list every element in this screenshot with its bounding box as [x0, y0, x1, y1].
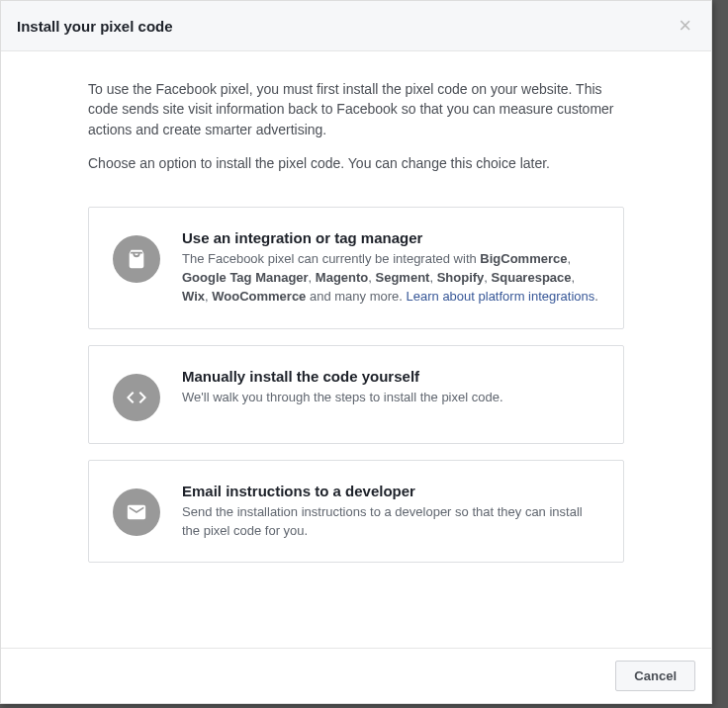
close-icon[interactable]: ×: [675, 15, 695, 37]
option-title: Use an integration or tag manager: [182, 229, 599, 246]
intro-paragraph-1: To use the Facebook pixel, you must firs…: [88, 79, 624, 139]
brand: Magento: [316, 270, 368, 285]
brand: Wix: [182, 289, 205, 304]
modal-title: Install your pixel code: [17, 18, 173, 35]
brand: Shopify: [437, 270, 485, 285]
desc-suffix: and many more.: [306, 289, 406, 304]
option-description: We'll walk you through the steps to inst…: [182, 389, 599, 407]
brand: BigCommerce: [480, 251, 567, 266]
option-title: Email instructions to a developer: [182, 483, 599, 499]
modal-footer: Cancel: [1, 648, 711, 703]
modal-body: To use the Facebook pixel, you must firs…: [1, 51, 711, 648]
code-icon: [113, 374, 160, 421]
brand: Google Tag Manager: [182, 270, 309, 285]
option-description: Send the installation instructions to a …: [182, 503, 599, 541]
intro-paragraph-2: Choose an option to install the pixel co…: [88, 153, 624, 173]
envelope-icon: [113, 488, 160, 536]
option-content: Manually install the code yourself We'll…: [182, 368, 599, 407]
desc-prefix: The Facebook pixel can currently be inte…: [182, 251, 480, 266]
shopping-bag-icon: [113, 235, 160, 283]
option-title: Manually install the code yourself: [182, 368, 599, 385]
brand: WooCommerce: [212, 289, 306, 304]
brand: Squarespace: [492, 270, 572, 285]
brand: Segment: [376, 270, 430, 285]
option-content: Email instructions to a developer Send t…: [182, 483, 599, 541]
option-content: Use an integration or tag manager The Fa…: [182, 229, 599, 307]
option-manual[interactable]: Manually install the code yourself We'll…: [88, 345, 624, 444]
learn-integrations-link[interactable]: Learn about platform integrations: [407, 289, 595, 304]
cancel-button[interactable]: Cancel: [615, 661, 695, 691]
option-email[interactable]: Email instructions to a developer Send t…: [88, 460, 624, 564]
period: .: [594, 289, 598, 304]
option-integration[interactable]: Use an integration or tag manager The Fa…: [88, 207, 624, 329]
install-pixel-modal: Install your pixel code × To use the Fac…: [0, 0, 712, 704]
modal-header: Install your pixel code ×: [1, 1, 711, 51]
option-description: The Facebook pixel can currently be inte…: [182, 250, 599, 307]
